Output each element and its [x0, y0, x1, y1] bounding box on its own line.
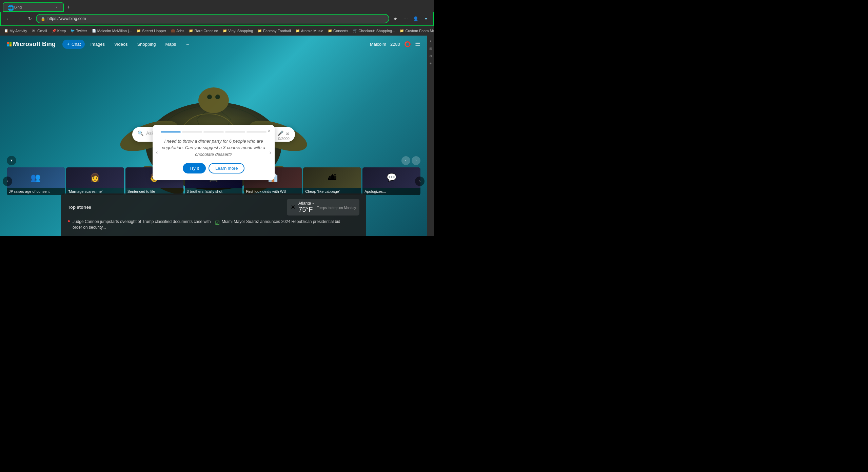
edge-user-button[interactable]: 👤: [411, 14, 420, 23]
progress-dot-5: [246, 131, 267, 132]
bookmark-vinyl[interactable]: 📁 Vinyl Shopping: [221, 27, 255, 35]
tooltip-next-button[interactable]: ›: [270, 149, 271, 156]
refresh-button[interactable]: ↻: [25, 14, 35, 23]
active-tab[interactable]: 🌐 Bing ×: [3, 2, 64, 12]
stories-header: Top stories ☀ Atlanta ▾ 75°F Temps to dr…: [68, 199, 359, 216]
weather-temp: 75°F: [298, 206, 313, 213]
bing-header: Microsoft Bing ✦ Chat Images Videos Shop…: [0, 36, 427, 53]
bookmark-my-activity[interactable]: 📋 My Activity: [2, 27, 29, 35]
menu-icon[interactable]: ☰: [415, 40, 420, 48]
copilot-button[interactable]: ✦: [421, 14, 431, 23]
svg-point-7: [207, 95, 212, 99]
scroll-down-button[interactable]: ▾: [7, 156, 16, 165]
news-card-6[interactable]: 🏙 Cheap 'like cabbage': [303, 167, 361, 195]
story-indicator-1: [68, 220, 70, 222]
news-card-img-2: 👩: [66, 167, 124, 188]
bing-header-right: Malcolm 2280 ⭕ ☰: [370, 40, 420, 48]
main-content: Microsoft Bing ✦ Chat Images Videos Shop…: [0, 36, 427, 236]
weather-info: Atlanta ▾ 75°F: [298, 201, 314, 213]
tab-favicon: 🌐: [7, 5, 12, 9]
news-card-7[interactable]: 💬 Apologizes...: [362, 167, 420, 195]
nav-images[interactable]: Images: [86, 40, 109, 49]
sidebar-collections-icon[interactable]: ⊞: [428, 46, 433, 51]
bookmark-label: My Activity: [9, 29, 27, 33]
news-prev-button[interactable]: ‹: [401, 156, 410, 165]
bookmark-checkout[interactable]: 🛒 Checkout: Shopping...: [351, 27, 397, 35]
story-text-2: Miami Mayor Suarez announces 2024 Republ…: [222, 219, 340, 225]
news-card-title-1: JP raises age of consent: [7, 188, 65, 195]
bookmark-rare-creature[interactable]: 📁 Rare Creature: [187, 27, 220, 35]
tooltip-close-button[interactable]: ×: [268, 128, 271, 134]
news-strip-next[interactable]: ›: [415, 177, 425, 186]
favorites-button[interactable]: ★: [391, 14, 400, 23]
camera-icon[interactable]: ⊡: [285, 130, 290, 136]
bookmark-jobs[interactable]: 💼 Jobs: [169, 27, 186, 35]
progress-dot-1: [161, 131, 181, 132]
bing-logo-text: Microsoft Bing: [13, 41, 56, 48]
sidebar-tools-icon[interactable]: ⚙: [428, 53, 433, 59]
news-next-button[interactable]: ›: [412, 156, 420, 165]
bookmark-label: Keep: [57, 29, 66, 33]
bing-nav: ✦ Chat Images Videos Shopping Maps ···: [62, 40, 193, 49]
news-strip-prev[interactable]: ‹: [3, 177, 12, 186]
tooltip-text: I need to throw a dinner party for 6 peo…: [161, 138, 267, 158]
story-text-1: Judge Cannon jumpstarts oversight of Tru…: [73, 219, 212, 230]
svg-point-8: [215, 95, 220, 99]
nav-shopping[interactable]: Shopping: [133, 40, 160, 49]
bookmark-label: Gmail: [37, 29, 47, 33]
story-item-1[interactable]: Judge Cannon jumpstarts oversight of Tru…: [68, 219, 212, 230]
bookmark-secret-hopper[interactable]: 📁 Secret Hopper: [135, 27, 168, 35]
bookmark-keep[interactable]: 📌 Keep: [50, 27, 68, 35]
tooltip-buttons: Try it Learn more: [161, 163, 267, 173]
bookmark-label: Fantasy Football: [263, 29, 291, 33]
settings-button[interactable]: ⋯: [401, 14, 410, 23]
weather-widget[interactable]: ☀ Atlanta ▾ 75°F Temps to drop on Monday: [287, 199, 359, 216]
ms-sq-yellow: [9, 44, 12, 46]
bookmark-twitter[interactable]: 🐦 Twitter: [68, 27, 89, 35]
microphone-icon[interactable]: 🎤: [278, 130, 283, 136]
user-name[interactable]: Malcolm: [370, 42, 386, 47]
nav-more[interactable]: ···: [181, 40, 193, 49]
search-actions: 🎤 ⊡: [278, 130, 290, 136]
news-card-img-6: 🏙: [303, 167, 361, 188]
tooltip-progress-bar: [161, 131, 267, 132]
news-card-2[interactable]: 👩 'Marriage scares me': [66, 167, 124, 195]
forward-button[interactable]: →: [14, 14, 24, 23]
nav-maps[interactable]: Maps: [161, 40, 180, 49]
new-tab-button[interactable]: +: [64, 2, 73, 12]
bookmark-concerts[interactable]: 📁 Concerts: [326, 27, 350, 35]
nav-videos[interactable]: Videos: [110, 40, 132, 49]
bookmark-atomic-music[interactable]: 📁 Atomic Music: [294, 27, 325, 35]
story-item-2[interactable]: ☑ Miami Mayor Suarez announces 2024 Repu…: [215, 219, 359, 230]
try-it-button[interactable]: Try it: [183, 163, 206, 173]
tab-title: Bing: [14, 5, 52, 9]
bookmark-label: Malcolm McMillan |...: [97, 29, 132, 33]
address-bar[interactable]: 🔒 https://www.bing.com: [36, 14, 389, 23]
bookmark-malcolm[interactable]: 📄 Malcolm McMillan |...: [90, 27, 134, 35]
bookmark-label: Custom Foam Matt...: [405, 29, 434, 33]
sidebar-copilot-icon[interactable]: ✦: [428, 38, 433, 44]
news-card-1[interactable]: 👥 JP raises age of consent: [7, 167, 65, 195]
tooltip-card: × I need to throw a dinner party for 6 p…: [153, 125, 275, 180]
bookmark-fantasy-football[interactable]: 📁 Fantasy Football: [256, 27, 293, 35]
bookmark-label: Twitter: [76, 29, 87, 33]
bookmark-icon: 💼: [171, 29, 175, 33]
bookmark-foam[interactable]: 📁 Custom Foam Matt...: [398, 27, 434, 35]
bookmark-gmail[interactable]: ✉ Gmail: [30, 27, 49, 35]
bookmark-icon: 📌: [52, 29, 56, 33]
tab-close-button[interactable]: ×: [54, 5, 59, 9]
bing-logo[interactable]: Microsoft Bing: [7, 41, 56, 48]
bookmark-icon: 📄: [92, 29, 96, 33]
rewards-icon[interactable]: ⭕: [404, 41, 411, 47]
bookmark-label: Vinyl Shopping: [228, 29, 253, 33]
nav-bar: ← → ↻ 🔒 https://www.bing.com ★ ⋯ 👤 ✦: [0, 12, 434, 26]
learn-more-button[interactable]: Learn more: [209, 163, 244, 173]
tooltip-prev-button[interactable]: ‹: [156, 149, 158, 156]
nav-chat[interactable]: ✦ Chat: [62, 40, 85, 49]
bookmark-icon: 📁: [223, 29, 227, 33]
bookmark-icon: 🐦: [71, 29, 75, 33]
sidebar-expand-icon[interactable]: +: [428, 61, 433, 66]
ms-sq-red: [7, 42, 9, 44]
back-button[interactable]: ←: [3, 14, 13, 23]
stories-panel: Top stories ☀ Atlanta ▾ 75°F Temps to dr…: [61, 193, 366, 236]
